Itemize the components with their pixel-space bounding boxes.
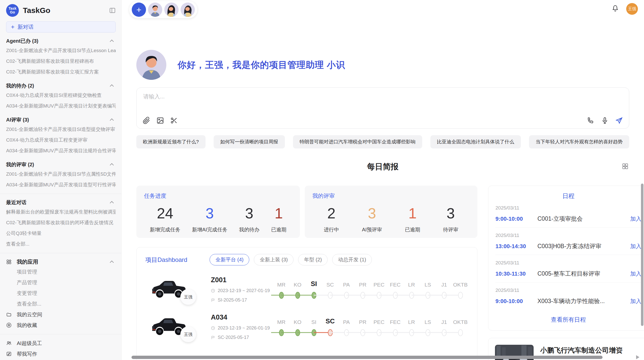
filter-chip[interactable]: 年型 (2): [298, 254, 328, 265]
vertical-scrollbar[interactable]: [641, 184, 643, 326]
avatar[interactable]: [148, 3, 162, 17]
suggestion-chip[interactable]: 当下年轻人对汽车外观有怎样的喜好趋势: [529, 135, 629, 148]
sidebar-task-item[interactable]: A034-全新新能源MUV产品开发项目造型可行性评审: [6, 179, 116, 190]
user-avatar[interactable]: 王强: [626, 3, 638, 15]
project-row[interactable]: 王强 Z001 2023-12-19 ~ 2027-01-19: [145, 276, 469, 303]
sidebar-task-item[interactable]: Z001-全新燃油皮卡产品开发项目SI节点Lesson Learn报告: [6, 45, 116, 56]
assistant-avatar: [136, 50, 166, 80]
sidebar-item-write-helper[interactable]: 帮我写作: [6, 349, 116, 359]
section-header-agent-done[interactable]: Agent已办 (3): [6, 37, 116, 45]
mic-icon[interactable]: [601, 117, 609, 124]
apps-grid-icon: [6, 259, 12, 265]
chevron-up-icon[interactable]: [110, 261, 114, 265]
app-item[interactable]: 变更管理: [17, 288, 116, 298]
new-chat-button[interactable]: + 新对话: [6, 21, 116, 33]
filter-chip[interactable]: 全新平台 (4): [210, 254, 249, 265]
sidebar-task-item[interactable]: A034-全新新能源MUV产品开发项目计划变更表编写: [6, 101, 116, 111]
schedule-time: 9:00-10:00: [495, 298, 537, 305]
logo-line2: Go: [10, 10, 15, 14]
project-name: Z001: [211, 276, 270, 284]
suggestion-chip[interactable]: 比亚迪全固态电池计划具体说了什么: [430, 135, 521, 148]
chevron-up-icon[interactable]: [110, 40, 114, 44]
app-item[interactable]: 项目管理: [17, 266, 116, 277]
project-dashboard-card: 项目Dashboard 全新平台 (4)全新上装 (3)年型 (2)动总开发 (…: [136, 247, 477, 360]
sidebar-task-item[interactable]: C0X4-动力总成开发项目工程变更评审: [6, 135, 116, 145]
join-link[interactable]: 加入: [630, 270, 641, 278]
send-icon[interactable]: [615, 117, 623, 124]
horizontal-scrollbar[interactable]: [131, 356, 603, 359]
people-icon: [6, 340, 12, 346]
collapse-sidebar-icon[interactable]: [109, 7, 116, 14]
recent-chat-item[interactable]: 公司Q3轻卡销量: [6, 228, 116, 239]
bell-icon[interactable]: [611, 5, 619, 13]
sidebar-task-item[interactable]: C0X4-动力总成开发项目SI里程碑提交物检查: [6, 90, 116, 101]
scroll-down-arrow[interactable]: [618, 349, 622, 352]
milestone: OKTB: [452, 278, 469, 301]
recent-chat-item[interactable]: 解释最新出台的欧盟报废车法规再生塑料比例被调至15%...: [6, 207, 116, 217]
milestone-dot[interactable]: [458, 292, 463, 299]
sidebar-item-my-apps[interactable]: 我的应用: [6, 257, 116, 266]
favorites-label: 我的收藏: [17, 322, 37, 329]
sidebar-task-item[interactable]: Z001-全新燃油轻卡产品开发项目SI节点属性5D文件评审: [6, 169, 116, 179]
filter-chip[interactable]: 动总开发 (1): [332, 254, 372, 265]
chevron-up-icon[interactable]: [110, 118, 114, 123]
sidebar-item-favorites[interactable]: 我的收藏: [6, 320, 116, 331]
project-image: 王强: [149, 313, 187, 340]
suggestion-chip[interactable]: 欧洲新规最近颁布了什么?: [136, 135, 206, 148]
section-header-recent[interactable]: 最近对话: [6, 198, 116, 207]
join-link[interactable]: 加入: [630, 215, 641, 223]
filter-chip[interactable]: 全新上装 (3): [254, 254, 294, 265]
image-icon[interactable]: [156, 117, 164, 124]
stat-label: 已逾期: [405, 226, 420, 233]
scroll-right-arrow[interactable]: [636, 355, 639, 359]
section-header-my-todo[interactable]: 我的待办 (2): [6, 81, 116, 90]
sidebar-task-item[interactable]: Z001-全新燃油轻卡产品开发项目SI造型提交物评审: [6, 124, 116, 135]
view-all-schedule-link[interactable]: 查看所有日程: [495, 316, 641, 324]
chevron-up-icon[interactable]: [110, 84, 114, 88]
milestone-label: OKTB: [453, 278, 467, 288]
sidebar-task-item[interactable]: C02-飞腾新能源轻客改款项目立项汇报方案: [6, 67, 116, 77]
clock-icon: [211, 289, 215, 293]
suggestion-chip[interactable]: 如何写一份清晰的项目周报: [214, 135, 285, 148]
milestone: PA: [338, 278, 355, 301]
app-item[interactable]: 产品管理: [17, 277, 116, 288]
chevron-up-icon[interactable]: [110, 163, 114, 167]
suggestion-chip[interactable]: 特朗普可能对进口汽车增税会对中国车企造成哪些影响: [293, 135, 422, 148]
milestone-label: J1: [441, 278, 447, 288]
milestone: PR: [355, 315, 371, 338]
chevron-up-icon[interactable]: [110, 201, 114, 205]
chat-input[interactable]: [143, 93, 622, 100]
join-link[interactable]: 加入: [630, 243, 641, 250]
milestone-dot[interactable]: [458, 329, 463, 336]
avatar[interactable]: [164, 3, 179, 17]
join-link[interactable]: 加入: [630, 297, 641, 305]
divider: [0, 194, 121, 194]
app-item[interactable]: 查看全部...: [17, 298, 116, 309]
milestone-dot-row: [452, 289, 469, 301]
stat-value: 3: [192, 204, 227, 222]
schedule-time: 9:00-10:00: [495, 216, 537, 222]
section-header-my-review[interactable]: 我的评审 (2): [6, 160, 116, 169]
milestone: OKTB: [452, 315, 469, 338]
project-row[interactable]: 王强 A034 2023-12-19 ~ 2026-01-19: [145, 313, 469, 340]
recent-chat-item[interactable]: C02-飞腾新能源轻客改款项目的闭环通告反馈情况: [6, 217, 116, 228]
greeting-block: 你好，王强，我是你的项目管理助理 小识: [136, 50, 629, 80]
my-review-card: 我的评审 2 进行中 3: [305, 186, 477, 238]
milestone: SI: [306, 278, 322, 301]
sidebar-task-item[interactable]: C02-飞腾新能源轻客改款项目里程碑画布: [6, 56, 116, 67]
ai-review-list: Z001-全新燃油轻卡产品开发项目SI造型提交物评审C0X4-动力总成开发项目工…: [6, 124, 116, 156]
scissors-icon[interactable]: [170, 117, 178, 124]
recent-chat-item[interactable]: 查看全部...: [6, 239, 116, 249]
add-member-button[interactable]: +: [132, 3, 146, 17]
grid-icon[interactable]: [622, 163, 629, 170]
avatar[interactable]: [181, 3, 195, 17]
sidebar-item-ai-staff[interactable]: AI超级员工: [6, 338, 116, 349]
dashboard-title: 项目Dashboard: [145, 256, 187, 264]
stat-label: 新增AI完成任务: [192, 226, 227, 233]
paperclip-icon[interactable]: [143, 117, 150, 124]
phone-icon[interactable]: [587, 117, 594, 124]
milestone-label: PA: [343, 315, 350, 325]
sidebar-task-item[interactable]: A034-全新新能源MUV产品开发项目法规符合性评审: [6, 145, 116, 156]
sidebar-item-cloud-space[interactable]: 我的云空间: [6, 309, 116, 320]
section-header-ai-review[interactable]: AI评审 (3): [6, 115, 116, 124]
